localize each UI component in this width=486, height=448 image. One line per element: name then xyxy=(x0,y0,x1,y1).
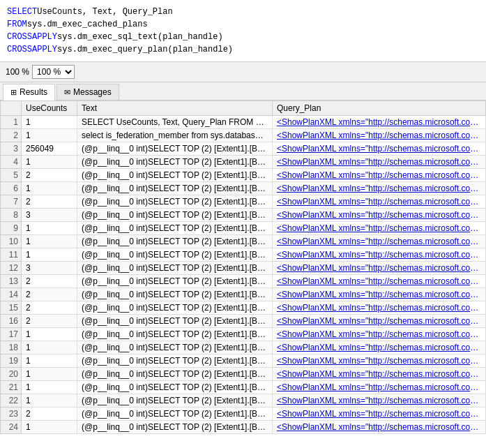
queryplan-cell[interactable]: <ShowPlanXML xmlns="http://schemas.micro… xyxy=(273,116,486,129)
queryplan-cell[interactable]: <ShowPlanXML xmlns="http://schemas.micro… xyxy=(273,394,486,408)
table-row[interactable]: 241(@p__linq__0 int)SELECT TOP (2) [Exte… xyxy=(1,421,486,434)
code-token: SELECT xyxy=(7,6,37,18)
row-number: 23 xyxy=(1,408,22,421)
table-row[interactable]: 41(@p__linq__0 int)SELECT TOP (2) [Exten… xyxy=(1,156,486,169)
table-row[interactable]: 11SELECT UseCounts, Text, Query_Plan FRO… xyxy=(1,116,486,129)
table-row[interactable]: 232(@p__linq__0 int)SELECT TOP (2) [Exte… xyxy=(1,408,486,421)
queryplan-cell[interactable]: <ShowPlanXML xmlns="http://schemas.micro… xyxy=(273,262,486,275)
row-number: 20 xyxy=(1,368,22,381)
code-token: APPLY xyxy=(32,43,57,56)
text-cell: (@p__linq__0 int)SELECT TOP (2) [Extent1… xyxy=(77,235,273,248)
queryplan-cell[interactable]: <ShowPlanXML xmlns="http://schemas.micro… xyxy=(273,129,486,142)
code-token: CROSS xyxy=(7,31,32,43)
row-number: 10 xyxy=(1,235,22,248)
zoom-bar: 100 % 100 %75 %125 %150 % xyxy=(0,62,486,82)
code-token: sys.dm_exec_query_plan(plan_handle) xyxy=(57,43,233,56)
table-row[interactable]: 221(@p__linq__0 int)SELECT TOP (2) [Exte… xyxy=(1,394,486,408)
usecounts-cell: 3 xyxy=(22,262,77,275)
code-line: SELECT UseCounts, Text, Query_Plan xyxy=(7,6,479,18)
queryplan-cell[interactable]: <ShowPlanXML xmlns="http://schemas.micro… xyxy=(273,169,486,182)
table-row[interactable]: 123(@p__linq__0 int)SELECT TOP (2) [Exte… xyxy=(1,262,486,275)
table-row[interactable]: 211(@p__linq__0 int)SELECT TOP (2) [Exte… xyxy=(1,381,486,394)
usecounts-cell: 1 xyxy=(22,394,77,408)
table-row[interactable]: 72(@p__linq__0 int)SELECT TOP (2) [Exten… xyxy=(1,195,486,209)
col-header-usecounts: UseCounts xyxy=(22,101,77,116)
tab-results[interactable]: ⊞Results xyxy=(3,84,55,100)
usecounts-cell: 2 xyxy=(22,315,77,328)
row-number: 19 xyxy=(1,354,22,368)
table-row[interactable]: 61(@p__linq__0 int)SELECT TOP (2) [Exten… xyxy=(1,182,486,195)
row-number: 8 xyxy=(1,209,22,222)
row-number: 1 xyxy=(1,116,22,129)
usecounts-cell: 2 xyxy=(22,301,77,315)
code-line: CROSS APPLY sys.dm_exec_query_plan(plan_… xyxy=(7,43,479,56)
queryplan-cell[interactable]: <ShowPlanXML xmlns="http://schemas.micro… xyxy=(273,421,486,434)
table-row[interactable]: 83(@p__linq__0 int)SELECT TOP (2) [Exten… xyxy=(1,209,486,222)
text-cell: SELECT UseCounts, Text, Query_Plan FROM … xyxy=(77,116,273,129)
tab-label: Results xyxy=(20,87,47,97)
row-number: 5 xyxy=(1,169,22,182)
queryplan-cell[interactable]: <ShowPlanXML xmlns="http://schemas.micro… xyxy=(273,381,486,394)
queryplan-cell[interactable]: <ShowPlanXML xmlns="http://schemas.micro… xyxy=(273,209,486,222)
text-cell: (@p__linq__0 int)SELECT TOP (2) [Extent1… xyxy=(77,275,273,288)
zoom-label: 100 % xyxy=(6,67,29,77)
table-row[interactable]: 152(@p__linq__0 int)SELECT TOP (2) [Exte… xyxy=(1,301,486,315)
queryplan-cell[interactable]: <ShowPlanXML xmlns="http://schemas.micro… xyxy=(273,142,486,156)
row-number: 17 xyxy=(1,328,22,341)
queryplan-cell[interactable]: <ShowPlanXML xmlns="http://schemas.micro… xyxy=(273,301,486,315)
usecounts-cell: 1 xyxy=(22,222,77,235)
queryplan-cell[interactable]: <ShowPlanXML xmlns="http://schemas.micro… xyxy=(273,354,486,368)
table-row[interactable]: 21select is_federation_member from sys.d… xyxy=(1,129,486,142)
text-cell: (@p__linq__0 int)SELECT TOP (2) [Extent1… xyxy=(77,248,273,262)
queryplan-cell[interactable]: <ShowPlanXML xmlns="http://schemas.micro… xyxy=(273,235,486,248)
table-row[interactable]: 171(@p__linq__0 int)SELECT TOP (2) [Exte… xyxy=(1,328,486,341)
queryplan-cell[interactable]: <ShowPlanXML xmlns="http://schemas.micro… xyxy=(273,315,486,328)
table-row[interactable]: 132(@p__linq__0 int)SELECT TOP (2) [Exte… xyxy=(1,275,486,288)
usecounts-cell: 1 xyxy=(22,116,77,129)
table-row[interactable]: 101(@p__linq__0 int)SELECT TOP (2) [Exte… xyxy=(1,235,486,248)
row-number: 21 xyxy=(1,381,22,394)
usecounts-cell: 2 xyxy=(22,288,77,301)
col-header-text: Text xyxy=(77,101,273,116)
queryplan-cell[interactable]: <ShowPlanXML xmlns="http://schemas.micro… xyxy=(273,368,486,381)
row-number: 2 xyxy=(1,129,22,142)
table-row[interactable]: 3256049(@p__linq__0 int)SELECT TOP (2) [… xyxy=(1,142,486,156)
text-cell: (@p__linq__0 int)SELECT TOP (2) [Extent1… xyxy=(77,288,273,301)
table-row[interactable]: 142(@p__linq__0 int)SELECT TOP (2) [Exte… xyxy=(1,288,486,301)
table-row[interactable]: 91(@p__linq__0 int)SELECT TOP (2) [Exten… xyxy=(1,222,486,235)
table-row[interactable]: 191(@p__linq__0 int)SELECT TOP (2) [Exte… xyxy=(1,354,486,368)
col-header-rownum xyxy=(1,101,22,116)
queryplan-cell[interactable]: <ShowPlanXML xmlns="http://schemas.micro… xyxy=(273,275,486,288)
usecounts-cell: 2 xyxy=(22,275,77,288)
queryplan-cell[interactable]: <ShowPlanXML xmlns="http://schemas.micro… xyxy=(273,248,486,262)
text-cell: (@p__linq__0 int)SELECT TOP (2) [Extent1… xyxy=(77,195,273,209)
queryplan-cell[interactable]: <ShowPlanXML xmlns="http://schemas.micro… xyxy=(273,222,486,235)
table-row[interactable]: 162(@p__linq__0 int)SELECT TOP (2) [Exte… xyxy=(1,315,486,328)
queryplan-cell[interactable]: <ShowPlanXML xmlns="http://schemas.micro… xyxy=(273,341,486,354)
table-row[interactable]: 52(@p__linq__0 int)SELECT TOP (2) [Exten… xyxy=(1,169,486,182)
queryplan-cell[interactable]: <ShowPlanXML xmlns="http://schemas.micro… xyxy=(273,182,486,195)
usecounts-cell: 1 xyxy=(22,248,77,262)
table-row[interactable]: 201(@p__linq__0 int)SELECT TOP (2) [Exte… xyxy=(1,368,486,381)
code-token: APPLY xyxy=(32,31,57,43)
tab-messages[interactable]: ✉Messages xyxy=(56,84,119,100)
code-token: CROSS xyxy=(7,43,32,56)
code-token: sys.dm_exec_sql_text(plan_handle) xyxy=(57,31,223,43)
row-number: 13 xyxy=(1,275,22,288)
queryplan-cell[interactable]: <ShowPlanXML xmlns="http://schemas.micro… xyxy=(273,288,486,301)
queryplan-cell[interactable]: <ShowPlanXML xmlns="http://schemas.micro… xyxy=(273,408,486,421)
usecounts-cell: 3 xyxy=(22,209,77,222)
queryplan-cell[interactable]: <ShowPlanXML xmlns="http://schemas.micro… xyxy=(273,156,486,169)
table-row[interactable]: 181(@p__linq__0 int)SELECT TOP (2) [Exte… xyxy=(1,341,486,354)
table-row[interactable]: 111(@p__linq__0 int)SELECT TOP (2) [Exte… xyxy=(1,248,486,262)
usecounts-cell: 1 xyxy=(22,156,77,169)
queryplan-cell[interactable]: <ShowPlanXML xmlns="http://schemas.micro… xyxy=(273,195,486,209)
text-cell: (@p__linq__0 int)SELECT TOP (2) [Extent1… xyxy=(77,381,273,394)
row-number: 22 xyxy=(1,394,22,408)
text-cell: (@p__linq__0 int)SELECT TOP (2) [Extent1… xyxy=(77,222,273,235)
col-header-queryplan: Query_Plan xyxy=(273,101,486,116)
results-icon: ⊞ xyxy=(10,88,17,97)
zoom-dropdown[interactable]: 100 %75 %125 %150 % xyxy=(32,65,75,79)
queryplan-cell[interactable]: <ShowPlanXML xmlns="http://schemas.micro… xyxy=(273,328,486,341)
usecounts-cell: 2 xyxy=(22,169,77,182)
